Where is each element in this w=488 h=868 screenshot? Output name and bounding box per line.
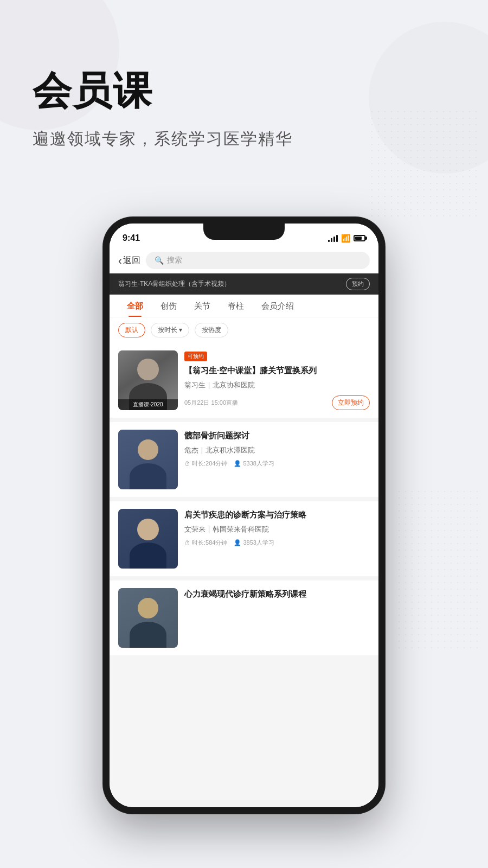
course-badge-1: 可预约 [184,352,207,361]
search-bar[interactable]: 🔍 搜索 [146,252,370,269]
phone-inner: 9:41 📶 [110,224,378,807]
signal-bar-1 [328,240,330,242]
course-title-2: 髋部骨折问题探讨 [184,430,370,441]
course-meta-2: ⏱ 时长:204分钟 👤 5338人学习 [184,459,370,468]
course-thumb-4 [118,588,178,648]
students-meta-2: 👤 5338人学习 [234,459,274,468]
tab-all[interactable]: 全部 [118,295,152,317]
tab-trauma[interactable]: 创伤 [152,295,185,317]
course-bar-title: 翁习生-TKA骨组织处理（含手术视频） [118,279,230,289]
filter-duration[interactable]: 按时长 ▾ [151,323,189,337]
page-header: 会员课 遍邀领域专家，系统学习医学精华 [33,65,293,150]
students-meta-3: 👤 3853人学习 [234,539,274,547]
search-icon: 🔍 [155,256,164,265]
search-placeholder: 搜索 [167,256,182,265]
course-thumb-2 [118,430,178,489]
course-card-4[interactable]: 心力衰竭现代诊疗新策略系列课程 [110,580,378,655]
phone-notch [203,224,285,240]
course-title-1: 【翁习生·空中课堂】膝关节置换系列 [184,365,370,376]
course-info-1: 可预约 【翁习生·空中课堂】膝关节置换系列 翁习生｜北京协和医院 05月22日 … [184,350,370,410]
tab-spine[interactable]: 脊柱 [219,295,253,317]
duration-meta-2: ⏱ 时长:204分钟 [184,459,227,468]
back-button[interactable]: ‹ 返回 [118,254,140,267]
phone-content: 9:41 📶 [110,224,378,807]
course-info-bar: 翁习生-TKA骨组织处理（含手术视频） 预约 [110,273,378,295]
status-time: 9:41 [123,233,140,243]
signal-bars-icon [328,234,338,242]
course-info-4: 心力衰竭现代诊疗新策略系列课程 [184,588,370,599]
bg-dots-2 [396,488,483,651]
course-thumb-1: 直播课·2020 [118,350,178,410]
people-icon-3: 👤 [234,539,241,546]
bg-dots-1 [369,108,477,217]
back-arrow-icon: ‹ [118,254,122,267]
wifi-icon: 📶 [341,234,350,242]
signal-bar-4 [336,235,338,242]
status-icons: 📶 [328,234,365,242]
course-author-1: 翁习生｜北京协和医院 [184,380,370,390]
clock-icon-3: ⏱ [184,540,190,546]
signal-bar-2 [331,238,332,242]
duration-meta-3: ⏱ 时长:584分钟 [184,539,227,547]
filter-heat[interactable]: 按热度 [195,323,228,337]
course-meta-3: ⏱ 时长:584分钟 👤 3853人学习 [184,539,370,547]
course-card-2[interactable]: 髋部骨折问题探讨 危杰｜北京积水潭医院 ⏱ 时长:204分钟 👤 5338人学习 [110,422,378,497]
course-author-3: 文荣来｜韩国荣来骨科医院 [184,525,370,534]
phone-outer: 9:41 📶 [103,217,385,814]
tab-member[interactable]: 会员介绍 [253,295,303,317]
course-title-4: 心力衰竭现代诊疗新策略系列课程 [184,588,370,599]
filter-bar: 默认 按时长 ▾ 按热度 [110,317,378,343]
people-icon-2: 👤 [234,460,241,467]
course-card-3[interactable]: 肩关节疾患的诊断方案与治疗策略 文荣来｜韩国荣来骨科医院 ⏱ 时长:584分钟 … [110,501,378,576]
course-thumb-3 [118,509,178,569]
course-live-time-1: 05月22日 15:00直播 [184,399,238,407]
subscribe-button[interactable]: 预约 [346,278,370,290]
course-list: 直播课·2020 可预约 【翁习生·空中课堂】膝关节置换系列 翁习生｜北京协和医… [110,343,378,807]
thumb-label-1: 直播课·2020 [118,399,178,410]
signal-bar-3 [333,237,335,242]
phone-mockup: 9:41 📶 [103,217,385,814]
tabs-container: 全部 创伤 关节 脊柱 会员介绍 [110,295,378,317]
course-info-2: 髋部骨折问题探讨 危杰｜北京积水潭医院 ⏱ 时长:204分钟 👤 5338人学习 [184,430,370,468]
reserve-button-1[interactable]: 立即预约 [332,395,370,410]
back-label: 返回 [123,255,140,266]
course-avatar-3 [118,509,178,569]
course-info-3: 肩关节疾患的诊断方案与治疗策略 文荣来｜韩国荣来骨科医院 ⏱ 时长:584分钟 … [184,509,370,547]
clock-icon-2: ⏱ [184,461,190,467]
battery-fill [355,237,362,240]
tab-joint[interactable]: 关节 [185,295,219,317]
page-title: 会员课 [33,65,293,117]
course-avatar-4 [118,588,178,648]
filter-default[interactable]: 默认 [118,323,145,337]
course-avatar-2 [118,430,178,489]
course-title-3: 肩关节疾患的诊断方案与治疗策略 [184,509,370,520]
course-card-1[interactable]: 直播课·2020 可预约 【翁习生·空中课堂】膝关节置换系列 翁习生｜北京协和医… [110,343,378,418]
course-author-2: 危杰｜北京积水潭医院 [184,445,370,455]
nav-bar: ‹ 返回 🔍 搜索 [110,247,378,273]
page-subtitle: 遍邀领域专家，系统学习医学精华 [33,128,293,150]
battery-icon [354,235,365,241]
